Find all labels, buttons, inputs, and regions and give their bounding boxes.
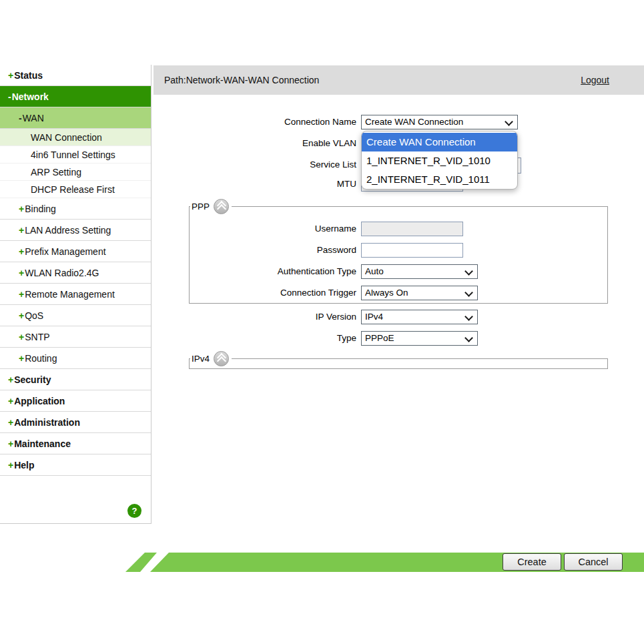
- type-select[interactable]: PPPoE: [361, 331, 478, 346]
- expand-icon: +: [8, 460, 13, 470]
- username-label: Username: [152, 222, 356, 236]
- connection-trigger-row: Connection Trigger Always On: [152, 286, 644, 300]
- connection-name-value: Create WAN Connection: [365, 117, 463, 127]
- sidebar-item-help[interactable]: + Help: [0, 454, 151, 476]
- sidebar-item-remote-management[interactable]: + Remote Management: [0, 284, 151, 305]
- connection-trigger-select[interactable]: Always On: [361, 286, 478, 300]
- ppp-legend: PPP: [190, 198, 232, 215]
- sidebar-item-security[interactable]: + Security: [0, 369, 151, 390]
- sidebar-item-label: Prefix Management: [25, 246, 105, 257]
- sidebar-item-label: WLAN Radio2.4G: [25, 268, 99, 278]
- sidebar-item-dhcp-release-first[interactable]: DHCP Release First: [0, 181, 151, 198]
- type-row: Type PPPoE: [152, 331, 644, 346]
- sidebar-item-binding[interactable]: + Binding: [0, 198, 151, 220]
- ip-version-value: IPv4: [365, 312, 383, 322]
- sidebar-item-label: Maintenance: [14, 438, 71, 449]
- sidebar-item-application[interactable]: + Application: [0, 390, 151, 412]
- ip-version-select[interactable]: IPv4: [361, 310, 478, 324]
- sidebar-item-arp-setting[interactable]: ARP Setting: [0, 164, 151, 181]
- sidebar-item-label: Binding: [25, 204, 56, 214]
- footer-accent-stripe: [125, 553, 157, 572]
- expand-icon: +: [19, 225, 24, 236]
- collapse-icon: -: [19, 113, 22, 123]
- sidebar-item-label: LAN Address Setting: [25, 225, 111, 236]
- sidebar-item-prefix-management[interactable]: + Prefix Management: [0, 241, 151, 262]
- expand-icon: +: [19, 268, 24, 278]
- chevron-down-icon: [464, 288, 473, 297]
- sidebar-item-wan[interactable]: - WAN: [0, 107, 151, 129]
- sidebar-item-wlan-radio24g[interactable]: + WLAN Radio2.4G: [0, 262, 151, 284]
- sidebar-item-label: Network: [12, 91, 49, 102]
- connection-trigger-label: Connection Trigger: [152, 286, 356, 300]
- dropdown-option-internet-r-vid-1011[interactable]: 2_INTERNET_R_VID_1011: [362, 170, 517, 189]
- collapse-icon: -: [8, 91, 11, 102]
- expand-icon: +: [19, 332, 24, 342]
- ipv4-legend-label: IPv4: [192, 354, 210, 364]
- sidebar-item-network[interactable]: - Network: [0, 86, 151, 107]
- connection-name-select[interactable]: Create WAN Connection: [361, 115, 518, 129]
- breadcrumb: Path:Network-WAN-WAN Connection: [164, 75, 319, 85]
- dropdown-option-create-wan-connection[interactable]: Create WAN Connection: [362, 133, 517, 151]
- sidebar-nav: + Status - Network - WAN WAN Connection …: [0, 65, 151, 524]
- expand-icon: +: [8, 396, 13, 406]
- dropdown-option-internet-r-vid-1010[interactable]: 1_INTERNET_R_VID_1010: [362, 151, 517, 170]
- expand-icon: +: [19, 310, 24, 321]
- breadcrumb-bar: Path:Network-WAN-WAN Connection Logout: [153, 65, 644, 95]
- sidebar-item-sntp[interactable]: + SNTP: [0, 326, 151, 348]
- expand-icon: +: [8, 417, 13, 428]
- password-input[interactable]: [361, 243, 463, 258]
- expand-icon: +: [8, 374, 13, 385]
- expand-icon: +: [19, 289, 24, 300]
- sidebar-item-label: SNTP: [25, 332, 49, 342]
- ip-version-row: IP Version IPv4: [152, 310, 644, 324]
- expand-icon: +: [19, 246, 24, 257]
- expand-icon: +: [8, 70, 13, 81]
- ipv4-section: IPv4: [189, 358, 608, 369]
- sidebar-item-label: DHCP Release First: [31, 184, 115, 195]
- sidebar-item-maintenance[interactable]: + Maintenance: [0, 433, 151, 454]
- connection-name-label: Connection Name: [152, 115, 356, 129]
- authentication-type-value: Auto: [365, 266, 384, 276]
- sidebar-item-label: Administration: [14, 417, 80, 428]
- sidebar-item-label: QoS: [25, 310, 43, 321]
- password-label: Password: [152, 243, 356, 258]
- chevron-down-icon: [464, 267, 473, 276]
- help-icon[interactable]: ?: [127, 504, 141, 518]
- ip-version-label: IP Version: [152, 310, 356, 324]
- enable-vlan-label: Enable VLAN: [152, 136, 356, 151]
- sidebar-item-label: Routing: [25, 353, 57, 364]
- sidebar-item-label: Application: [14, 396, 65, 406]
- logout-link[interactable]: Logout: [581, 75, 609, 85]
- authentication-type-label: Authentication Type: [152, 264, 356, 279]
- sidebar-item-qos[interactable]: + QoS: [0, 305, 151, 326]
- collapse-section-button[interactable]: [214, 351, 229, 366]
- cancel-button[interactable]: Cancel: [564, 553, 623, 571]
- type-label: Type: [152, 331, 356, 346]
- username-row: Username: [152, 222, 644, 236]
- sidebar-item-routing[interactable]: + Routing: [0, 348, 151, 369]
- sidebar-item-wan-connection[interactable]: WAN Connection: [0, 129, 151, 146]
- sidebar-item-administration[interactable]: + Administration: [0, 412, 151, 433]
- service-list-label: Service List: [152, 157, 356, 172]
- expand-icon: +: [8, 438, 13, 449]
- sidebar-item-label: Help: [14, 460, 34, 470]
- authentication-type-select[interactable]: Auto: [361, 264, 478, 279]
- collapse-section-button[interactable]: [214, 199, 229, 214]
- sidebar-item-status[interactable]: + Status: [0, 65, 151, 86]
- sidebar-item-lan-address-setting[interactable]: + LAN Address Setting: [0, 220, 151, 241]
- sidebar-item-4in6-tunnel-settings[interactable]: 4in6 Tunnel Settings: [0, 146, 151, 164]
- create-button[interactable]: Create: [503, 553, 561, 571]
- chevron-down-icon: [505, 117, 513, 126]
- ipv4-legend: IPv4: [190, 350, 232, 367]
- sidebar-item-label: Remote Management: [25, 289, 115, 300]
- username-input[interactable]: [361, 222, 463, 236]
- mtu-label: MTU: [152, 177, 356, 192]
- connection-name-dropdown-list: Create WAN Connection 1_INTERNET_R_VID_1…: [361, 131, 518, 190]
- chevron-down-icon: [464, 312, 473, 321]
- sidebar-item-label: 4in6 Tunnel Settings: [31, 149, 115, 160]
- sidebar-item-label: Status: [14, 70, 43, 81]
- authentication-type-row: Authentication Type Auto: [152, 264, 644, 279]
- expand-icon: +: [19, 353, 24, 364]
- sidebar-item-label: Security: [14, 374, 51, 385]
- type-value: PPPoE: [365, 333, 394, 343]
